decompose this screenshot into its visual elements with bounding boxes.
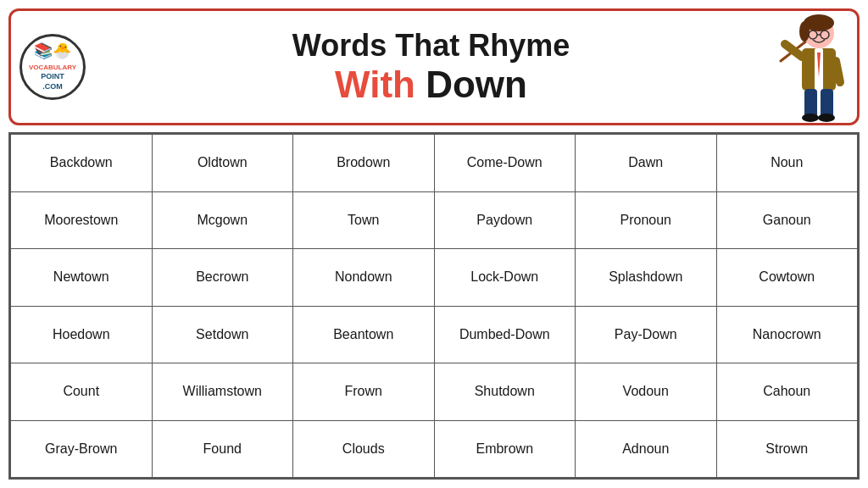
table-row: Gray-BrownFoundCloudsEmbrownAdnounStrown [11,420,858,478]
table-cell: Lock-Down [434,249,576,307]
table-cell: Williamstown [152,363,293,421]
table-cell: Brodown [293,135,435,192]
table-cell: Nanocrown [716,306,858,363]
table-cell: Paydown [434,191,576,249]
table-row: NewtownBecrownNondownLock-DownSplashdown… [11,249,858,307]
table-cell: Strown [716,420,858,478]
header: 📚🐣 VOCABULARY POINT .COM Words That Rhym… [8,8,860,125]
svg-point-15 [818,114,835,122]
table-cell: Moorestown [11,191,153,249]
page-wrapper: 📚🐣 VOCABULARY POINT .COM Words That Rhym… [0,0,868,488]
table-cell: Backdown [11,135,153,192]
table-cell: Found [152,420,293,478]
svg-point-14 [802,114,819,122]
logo: 📚🐣 VOCABULARY POINT .COM [19,34,86,100]
table-cell: Dumbed-Down [434,306,576,363]
table-cell: Shutdown [434,363,576,421]
logo-icon: 📚🐣 [34,42,71,61]
table-cell: Frown [293,363,435,421]
table-cell: Pay-Down [576,306,717,363]
title-with: With [335,64,415,105]
svg-line-11 [836,61,840,82]
table-cell: Town [293,191,435,249]
table-cell: Hoedown [11,306,153,363]
table-cell: Newtown [11,249,153,307]
table-cell: Becrown [152,249,293,307]
table-cell: Noun [716,135,858,192]
table-row: BackdownOldtownBrodownCome-DownDawnNoun [11,135,858,192]
logo-line3: .COM [42,82,63,92]
title-line1: Words That Rhyme [103,28,760,64]
table-cell: Splashdown [576,249,717,307]
table-cell: Cowtown [716,249,858,307]
logo-line2: POINT [41,72,64,82]
table-row: HoedownSetdownBeantownDumbed-DownPay-Dow… [11,306,858,363]
title-area: Words That Rhyme With Down [86,28,776,106]
table-cell: Count [11,363,153,421]
table-cell: Mcgown [152,191,293,249]
logo-line1: VOCABULARY [29,64,76,72]
table-cell: Come-Down [434,135,576,192]
table-cell: Pronoun [576,191,717,249]
teacher-svg [772,14,849,125]
table-cell: Cahoun [716,363,858,421]
table-cell: Gray-Brown [11,420,153,478]
table-cell: Dawn [576,135,717,192]
table-cell: Embrown [434,420,576,478]
table-cell: Adnoun [576,420,717,478]
title-down: Down [415,64,527,105]
table-container: BackdownOldtownBrodownCome-DownDawnNounM… [8,132,860,480]
rhyme-table: BackdownOldtownBrodownCome-DownDawnNounM… [10,134,858,478]
table-cell: Nondown [293,249,435,307]
svg-point-3 [799,21,810,42]
table-cell: Beantown [293,306,435,363]
table-cell: Ganoun [716,191,858,249]
teacher-figure [776,16,849,118]
table-row: CountWilliamstownFrownShutdownVodounCaho… [11,363,858,421]
table-cell: Oldtown [152,135,293,192]
table-cell: Clouds [293,420,435,478]
table-cell: Vodoun [576,363,717,421]
title-line2: With Down [103,64,760,106]
table-cell: Setdown [152,306,293,363]
table-row: MoorestownMcgownTownPaydownPronounGanoun [11,191,858,249]
